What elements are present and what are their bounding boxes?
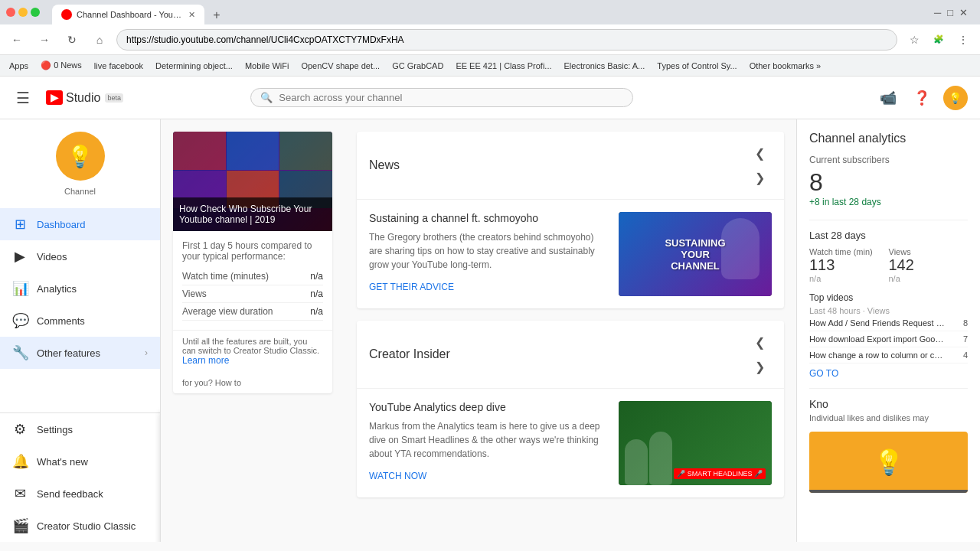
creator-insider-card: Creator Insider ❮ ❯ YouTube Analytics de… bbox=[357, 321, 784, 497]
news-article-desc: The Gregory brothers (the creators behin… bbox=[369, 230, 606, 272]
news-article-link[interactable]: GET THEIR ADVICE bbox=[369, 282, 454, 292]
stat-row-watchtime: Watch time (minutes) n/a bbox=[182, 268, 323, 285]
stat-row-duration: Average view duration n/a bbox=[182, 303, 323, 321]
window-min-btn[interactable] bbox=[18, 8, 28, 17]
news-next-btn[interactable]: ❯ bbox=[747, 165, 772, 190]
tb-close[interactable]: ✕ bbox=[959, 7, 968, 18]
views-sub: n/a bbox=[889, 274, 969, 283]
create-video-btn[interactable]: 📹 bbox=[876, 86, 900, 110]
bookmark-opencv[interactable]: OpenCV shape det... bbox=[298, 60, 383, 72]
avatar[interactable]: 💡 bbox=[943, 86, 968, 110]
stat-row-views: Views n/a bbox=[182, 285, 323, 303]
forward-btn[interactable]: → bbox=[34, 29, 55, 51]
top-video-row-1: How Add / Send Friends Request 10... 8 bbox=[809, 315, 968, 331]
news-header: News ❮ ❯ bbox=[357, 132, 784, 200]
comments-icon: 💬 bbox=[12, 312, 28, 329]
search-input[interactable] bbox=[279, 92, 623, 103]
sidebar-bottom: ⚙ Settings 🔔 What's new ✉ Send feedback … bbox=[0, 412, 160, 542]
window-max-btn[interactable] bbox=[31, 8, 40, 17]
sidebar-item-whats-new[interactable]: 🔔 What's new bbox=[0, 445, 160, 478]
creator-insider-header: Creator Insider ❮ ❯ bbox=[357, 321, 784, 389]
tb-min[interactable]: ─ bbox=[934, 7, 941, 18]
creator-insider-title: Creator Insider bbox=[369, 347, 450, 361]
home-btn[interactable]: ⌂ bbox=[89, 29, 110, 51]
window-close-btn[interactable] bbox=[6, 8, 15, 17]
sustaining-img-text: SUSTAININGYOURCHANNEL bbox=[665, 237, 725, 272]
mini-video-popup[interactable]: 💡 bbox=[809, 432, 968, 493]
news-prev-btn[interactable]: ❮ bbox=[747, 141, 772, 165]
news-article-image: SUSTAININGYOURCHANNEL bbox=[619, 212, 772, 296]
learn-more-link[interactable]: Learn more bbox=[182, 355, 229, 366]
tab-close-btn[interactable]: ✕ bbox=[188, 10, 195, 20]
creator-insider-link[interactable]: WATCH NOW bbox=[369, 471, 426, 481]
chevron-right-icon: › bbox=[145, 347, 148, 358]
top-video-title-3: How change a row to column or colu... bbox=[809, 350, 947, 360]
bookmark-other[interactable]: Other bookmarks » bbox=[746, 60, 825, 72]
know-title: Kno bbox=[809, 398, 968, 410]
dashboard-icon: ⊞ bbox=[12, 216, 28, 233]
top-video-views-3: 4 bbox=[952, 350, 968, 360]
sidebar-channel-label: Channel bbox=[12, 187, 148, 196]
creator-insider-image: 🎤 SMART HEADLINES 🎤 bbox=[619, 401, 772, 485]
new-tab-btn[interactable]: + bbox=[207, 6, 226, 24]
sidebar-item-videos[interactable]: ▶ Videos bbox=[0, 240, 160, 272]
sidebar-item-label-feedback: Send feedback bbox=[37, 488, 148, 500]
search-icon: 🔍 bbox=[260, 92, 273, 103]
extensions-btn[interactable]: 🧩 bbox=[928, 29, 949, 51]
mini-video-inner: 💡 bbox=[809, 432, 968, 493]
footer-text-content: for you? How to bbox=[182, 378, 241, 387]
video-title-overlay: How Check Who Subscribe Your Youtube cha… bbox=[173, 197, 332, 231]
back-btn[interactable]: ← bbox=[6, 29, 28, 51]
classic-notice-text: Until all the features are built, you ca… bbox=[182, 337, 319, 355]
sidebar-item-label-other: Other features bbox=[37, 347, 136, 359]
bookmark-ee421[interactable]: EE EE 421 | Class Profi... bbox=[452, 60, 554, 72]
last-28-label: Last 28 days bbox=[809, 220, 968, 241]
tab-bar: Channel Dashboard - YouTube S... ✕ + bbox=[46, 0, 928, 24]
bookmark-btn[interactable]: ☆ bbox=[903, 29, 925, 51]
creator-prev-btn[interactable]: ❮ bbox=[747, 330, 772, 354]
watch-time-col: Watch time (min) 113 n/a bbox=[809, 247, 889, 283]
sidebar-item-other-features[interactable]: 🔧 Other features › bbox=[0, 337, 160, 369]
whats-new-icon: 🔔 bbox=[12, 453, 28, 470]
sidebar-item-feedback[interactable]: ✉ Send feedback bbox=[0, 478, 160, 510]
watch-time-sub: n/a bbox=[809, 274, 889, 283]
go-to-link[interactable]: GO TO bbox=[809, 368, 838, 379]
bookmark-live[interactable]: live facebook bbox=[91, 60, 146, 72]
creator-next-btn[interactable]: ❯ bbox=[747, 354, 772, 379]
tb-max[interactable]: □ bbox=[947, 7, 953, 18]
bookmark-control[interactable]: Types of Control Sy... bbox=[654, 60, 740, 72]
refresh-btn[interactable]: ↻ bbox=[61, 29, 83, 51]
top-video-row-2: How download Export import Googl... 7 bbox=[809, 331, 968, 347]
help-btn[interactable]: ❓ bbox=[910, 86, 934, 110]
creator-insider-text: YouTube Analytics deep dive Markus from … bbox=[369, 401, 606, 485]
bookmark-wifi[interactable]: Mobile WiFi bbox=[242, 60, 292, 72]
sidebar-item-comments[interactable]: 💬 Comments bbox=[0, 305, 160, 337]
news-nav-controls: ❮ ❯ bbox=[747, 141, 772, 190]
feedback-icon: ✉ bbox=[12, 485, 28, 502]
yt-logo[interactable]: ▶ Studio beta bbox=[46, 90, 123, 105]
bookmark-apps[interactable]: Apps bbox=[6, 60, 31, 72]
sidebar-channel: 💡 Channel bbox=[0, 119, 160, 208]
sidebar-item-analytics[interactable]: 📊 Analytics bbox=[0, 272, 160, 305]
bookmark-electronics[interactable]: Electronics Basic: A... bbox=[561, 60, 648, 72]
sustaining-img: SUSTAININGYOURCHANNEL bbox=[619, 212, 772, 296]
sidebar-item-label-whats-new: What's new bbox=[37, 456, 148, 468]
video-thumbnail: How Check Who Subscribe Your Youtube cha… bbox=[173, 132, 332, 231]
menu-btn[interactable]: ⋮ bbox=[952, 29, 974, 51]
sidebar-item-label-settings: Settings bbox=[37, 424, 148, 435]
top-videos-header: Top videos bbox=[809, 292, 968, 303]
sidebar-item-dashboard[interactable]: ⊞ Dashboard bbox=[0, 208, 160, 240]
creator-insider-nav: ❮ ❯ bbox=[747, 330, 772, 379]
active-tab[interactable]: Channel Dashboard - YouTube S... ✕ bbox=[52, 5, 204, 24]
bookmark-news[interactable]: 🔴 0 News bbox=[38, 59, 85, 72]
person-silhouette bbox=[721, 218, 760, 279]
bookmark-grabcad[interactable]: GC GrabCAD bbox=[389, 60, 446, 72]
app-container: ☰ ▶ Studio beta 🔍 📹 ❓ 💡 💡 bbox=[0, 77, 980, 542]
address-bar[interactable] bbox=[116, 29, 897, 51]
sidebar-item-settings[interactable]: ⚙ Settings bbox=[0, 413, 160, 445]
bookmark-det[interactable]: Determining object... bbox=[152, 60, 236, 72]
sidebar-item-classic[interactable]: 🎬 Creator Studio Classic bbox=[0, 510, 160, 542]
menu-toggle[interactable]: ☰ bbox=[12, 89, 34, 107]
app-header: ☰ ▶ Studio beta 🔍 📹 ❓ 💡 bbox=[0, 77, 980, 119]
thumb-3 bbox=[279, 132, 332, 170]
